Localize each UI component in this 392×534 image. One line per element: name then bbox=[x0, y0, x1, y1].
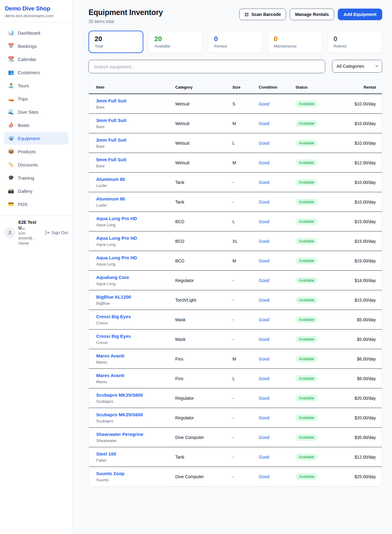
rental-cell: $12.00/day bbox=[344, 153, 382, 173]
bookings-icon: 📅 bbox=[8, 44, 14, 48]
item-brand: Cressi bbox=[96, 321, 175, 325]
sidebar-item-customers[interactable]: 👥 Customers bbox=[4, 66, 68, 79]
scan-barcode-button[interactable]: Scan Barcode bbox=[239, 9, 286, 20]
condition-link[interactable]: Good bbox=[259, 219, 269, 224]
condition-link[interactable]: Good bbox=[259, 415, 269, 420]
barcode-icon bbox=[244, 12, 249, 17]
condition-link[interactable]: Good bbox=[259, 435, 269, 440]
sidebar-item-discounts[interactable]: 🏷️ Discounts bbox=[4, 158, 68, 171]
sidebar-item-products[interactable]: 📦 Products bbox=[4, 145, 68, 158]
condition-link[interactable]: Good bbox=[259, 396, 269, 401]
size-cell: - bbox=[232, 290, 259, 310]
item-link[interactable]: Cressi Big Eyes bbox=[96, 334, 175, 339]
search-input[interactable] bbox=[89, 60, 325, 73]
table-row: 5mm Full Suit Bare Wetsuit M Good Availa… bbox=[89, 153, 382, 173]
item-link[interactable]: Aluminum 80 bbox=[96, 196, 175, 202]
sidebar-item-boats[interactable]: ⛵ Boats bbox=[4, 119, 68, 132]
category-cell: Torch/Light bbox=[175, 290, 232, 310]
item-link[interactable]: 3mm Full Suit bbox=[96, 118, 175, 123]
stat-label: Total bbox=[95, 44, 137, 48]
condition-link[interactable]: Good bbox=[259, 258, 269, 263]
item-link[interactable]: Aluminum 80 bbox=[96, 177, 175, 182]
status-badge: Available bbox=[296, 179, 318, 186]
item-link[interactable]: Shearwater Peregrine bbox=[96, 432, 175, 437]
size-cell: M bbox=[232, 349, 259, 369]
condition-link[interactable]: Good bbox=[259, 474, 269, 479]
manage-rentals-button[interactable]: Manage Rentals bbox=[290, 9, 334, 20]
category-cell: Dive Computer bbox=[175, 428, 232, 447]
condition-link[interactable]: Good bbox=[259, 317, 269, 322]
stat-card-available[interactable]: 20 Available bbox=[148, 31, 203, 53]
sidebar-item-dashboard[interactable]: 📊 Dashboard bbox=[4, 26, 68, 39]
item-brand: Bare bbox=[96, 164, 175, 168]
condition-link[interactable]: Good bbox=[259, 278, 269, 283]
condition-link[interactable]: Good bbox=[259, 141, 269, 146]
condition-link[interactable]: Good bbox=[259, 180, 269, 185]
sidebar-item-pos[interactable]: 💳 POS bbox=[4, 198, 68, 211]
condition-link[interactable]: Good bbox=[259, 455, 269, 460]
condition-link[interactable]: Good bbox=[259, 121, 269, 126]
condition-link[interactable]: Good bbox=[259, 357, 269, 361]
item-link[interactable]: 3mm Full Suit bbox=[96, 98, 175, 104]
condition-link[interactable]: Good bbox=[259, 160, 269, 165]
sidebar-item-trips[interactable]: 🚤 Trips bbox=[4, 92, 68, 105]
status-badge: Available bbox=[296, 257, 318, 264]
item-link[interactable]: Steel 100 bbox=[96, 451, 175, 457]
sidebar-item-gallery[interactable]: 📸 Gallery bbox=[4, 185, 68, 197]
item-brand: Scubapro bbox=[96, 419, 175, 423]
user-role: Owner bbox=[18, 241, 42, 246]
size-cell: M bbox=[232, 251, 259, 271]
sidebar-item-bookings[interactable]: 📅 Bookings bbox=[4, 40, 68, 52]
status-badge: Available bbox=[296, 375, 318, 382]
sidebar-item-calendar[interactable]: 📆 Calendar bbox=[4, 53, 68, 66]
item-link[interactable]: BigBlue AL1200 bbox=[96, 294, 175, 300]
brand-name[interactable]: Demo Dive Shop bbox=[5, 5, 67, 12]
condition-link[interactable]: Good bbox=[259, 200, 269, 204]
item-link[interactable]: 3mm Full Suit bbox=[96, 137, 175, 143]
training-icon: 🎓 bbox=[8, 175, 14, 180]
item-link[interactable]: Scubapro MK25/S600 bbox=[96, 392, 175, 398]
item-link[interactable]: Aqua Lung Pro HD bbox=[96, 235, 175, 241]
category-cell: Regulator bbox=[175, 271, 232, 290]
sign-out-button[interactable]: Sign Out bbox=[45, 230, 68, 235]
stat-card-maintenance[interactable]: 0 Maintenance bbox=[268, 31, 322, 53]
condition-link[interactable]: Good bbox=[259, 376, 269, 381]
calendar-icon: 📆 bbox=[8, 57, 14, 62]
stat-card-total[interactable]: 20 Total bbox=[89, 31, 143, 53]
stat-card-retired[interactable]: 0 Retired bbox=[327, 31, 382, 53]
category-select[interactable]: All Categories bbox=[332, 60, 382, 73]
item-link[interactable]: Mares Avanti bbox=[96, 373, 175, 378]
condition-link[interactable]: Good bbox=[259, 337, 269, 342]
stat-label: Available bbox=[154, 44, 197, 48]
item-link[interactable]: Scubapro MK25/S600 bbox=[96, 412, 175, 418]
col-size: Size bbox=[232, 80, 259, 94]
size-cell: - bbox=[232, 271, 259, 290]
sidebar-item-tours[interactable]: 🏝️ Tours bbox=[4, 79, 68, 92]
stat-label: Maintenance bbox=[274, 44, 316, 48]
size-cell: M bbox=[232, 114, 259, 133]
item-link[interactable]: Aqualung Core bbox=[96, 275, 175, 280]
table-row: Steel 100 Faber Tank - Good Available $1… bbox=[89, 447, 382, 467]
main-content: Equipment Inventory 20 items total Scan … bbox=[73, 0, 392, 534]
item-link[interactable]: 5mm Full Suit bbox=[96, 157, 175, 162]
item-link[interactable]: Mares Avanti bbox=[96, 353, 175, 359]
rental-cell: $20.00/day bbox=[344, 408, 382, 428]
item-link[interactable]: Aqua Lung Pro HD bbox=[96, 255, 175, 261]
item-link[interactable]: Aqua Lung Pro HD bbox=[96, 216, 175, 221]
brand-domain: demo.test.divestreams.com bbox=[5, 13, 67, 18]
item-link[interactable]: Cressi Big Eyes bbox=[96, 314, 175, 319]
customers-icon: 👥 bbox=[8, 70, 14, 75]
item-link[interactable]: Suunto Zoop bbox=[96, 471, 175, 476]
category-cell: Regulator bbox=[175, 388, 232, 408]
condition-link[interactable]: Good bbox=[259, 239, 269, 244]
item-brand: Aqua Lung bbox=[96, 242, 175, 247]
stat-card-rented[interactable]: 0 Rented bbox=[208, 31, 263, 53]
sidebar-item-training[interactable]: 🎓 Training bbox=[4, 171, 68, 184]
add-equipment-button[interactable]: Add Equipment bbox=[338, 9, 382, 20]
condition-link[interactable]: Good bbox=[259, 298, 269, 303]
sidebar-item-dive-sites[interactable]: 🌊 Dive Sites bbox=[4, 105, 68, 118]
condition-link[interactable]: Good bbox=[259, 101, 269, 106]
item-brand: Bare bbox=[96, 124, 175, 129]
size-cell: L bbox=[232, 133, 259, 153]
sidebar-item-equipment[interactable]: 🤿 Equipment bbox=[4, 132, 68, 145]
